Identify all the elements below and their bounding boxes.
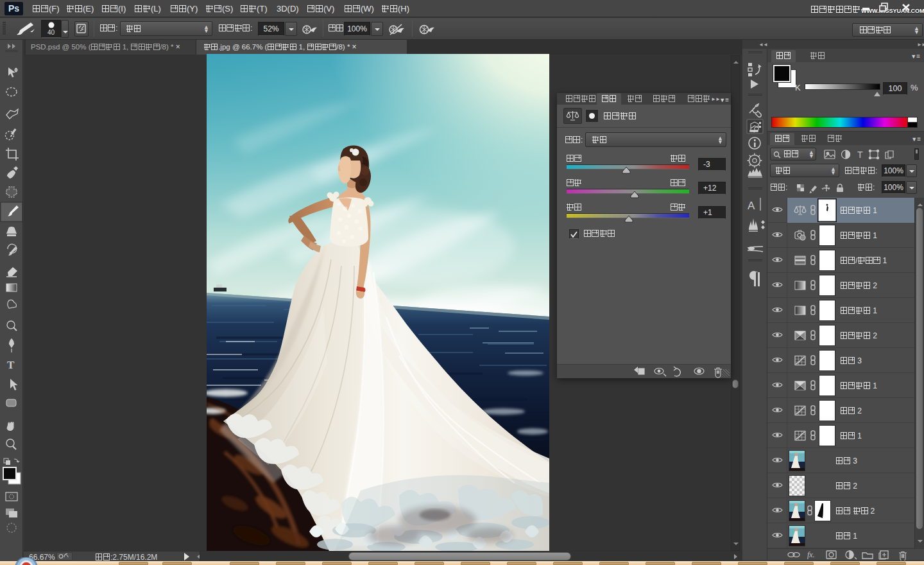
svg-text:T: T [857, 150, 863, 160]
svg-text:A: A [748, 200, 755, 212]
svg-text:T: T [7, 359, 15, 371]
svg-text:fx.: fx. [807, 550, 815, 559]
